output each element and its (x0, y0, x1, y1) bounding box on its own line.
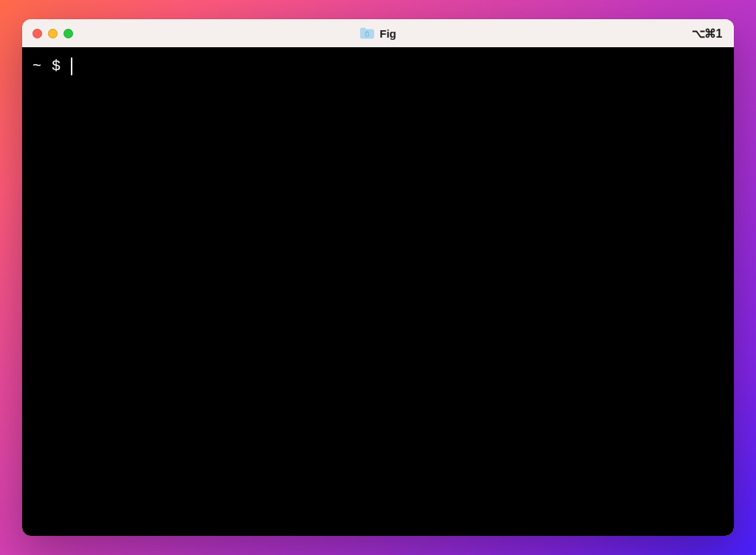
folder-icon (360, 27, 374, 39)
prompt-symbol: $ (52, 56, 61, 77)
window-title: Fig (379, 27, 396, 40)
close-button[interactable] (32, 29, 42, 38)
traffic-lights (32, 29, 73, 38)
window-titlebar[interactable]: Fig ⌥⌘1 (22, 19, 734, 47)
terminal-window: Fig ⌥⌘1 ~ $ (22, 19, 734, 536)
maximize-button[interactable] (63, 29, 73, 38)
prompt-line: ~ $ (32, 56, 724, 77)
shortcut-hint: ⌥⌘1 (692, 27, 722, 41)
terminal-body[interactable]: ~ $ (22, 47, 734, 536)
minimize-button[interactable] (48, 29, 58, 38)
cursor (71, 58, 72, 75)
title-center: Fig (360, 27, 396, 40)
prompt-cwd: ~ (32, 56, 41, 77)
